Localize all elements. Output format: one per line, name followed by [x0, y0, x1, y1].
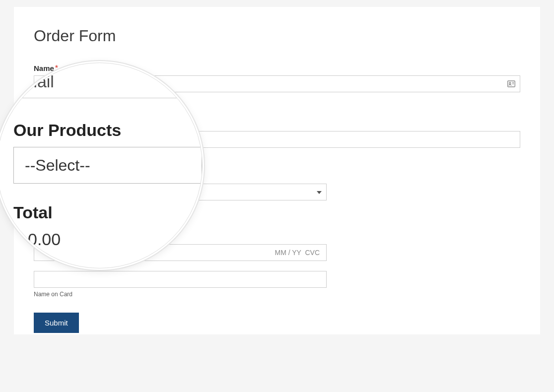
svg-point-1 [509, 82, 511, 84]
name-on-card-input[interactable] [34, 271, 327, 288]
submit-button[interactable]: Submit [34, 313, 79, 333]
contact-card-icon [507, 80, 515, 87]
name-on-card-label: Name on Card [34, 291, 520, 298]
name-on-card-group: Name on Card [34, 271, 520, 298]
name-label: Name [34, 64, 54, 72]
magnifier-lens: nail Our Products --Select-- Total 0.00 [0, 63, 203, 268]
page-title: Order Form [34, 27, 520, 45]
lens-products-heading: Our Products [13, 121, 121, 140]
lens-divider [13, 98, 202, 98]
lens-select-box: --Select-- [13, 147, 202, 184]
lens-total-heading: Total [13, 203, 53, 222]
lens-select-placeholder: --Select-- [25, 156, 90, 175]
